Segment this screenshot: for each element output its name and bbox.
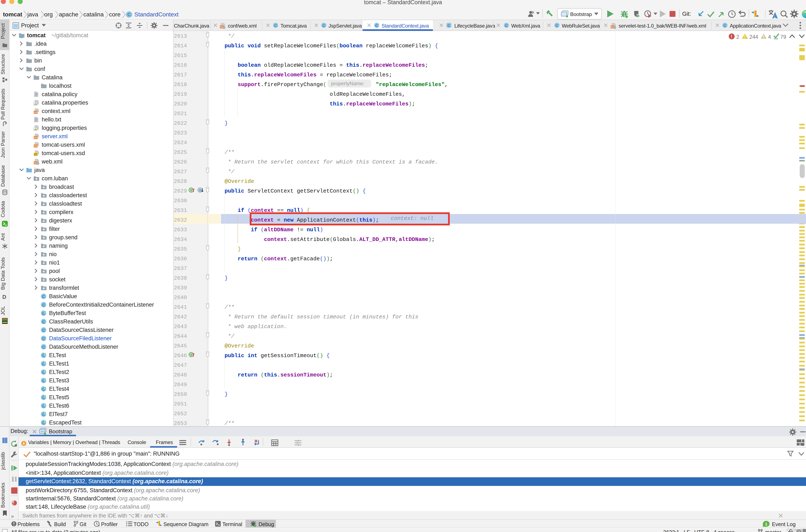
svg-text:XS: XS (34, 153, 37, 156)
svg-text:C: C (42, 294, 45, 299)
svg-text:I: I (191, 353, 192, 357)
svg-text:<>: <> (34, 145, 37, 148)
svg-text:1: 1 (765, 522, 767, 526)
svg-text:<>: <> (34, 111, 37, 114)
svg-text:O: O (199, 189, 201, 192)
svg-text:C: C (274, 24, 277, 28)
svg-text:C: C (375, 24, 378, 28)
svg-text:C: C (42, 303, 45, 307)
svg-text:C: C (42, 345, 45, 349)
svg-text:C: C (505, 24, 508, 28)
svg-text:<>: <> (34, 136, 37, 139)
svg-text:I: I (191, 189, 192, 192)
svg-text:C: C (322, 24, 325, 28)
svg-text:C: C (42, 337, 45, 341)
svg-text:C: C (556, 24, 558, 28)
svg-text:C: C (42, 320, 45, 324)
svg-text:C: C (724, 24, 726, 28)
svg-text:C: C (448, 24, 450, 28)
svg-text:C: C (42, 328, 45, 332)
